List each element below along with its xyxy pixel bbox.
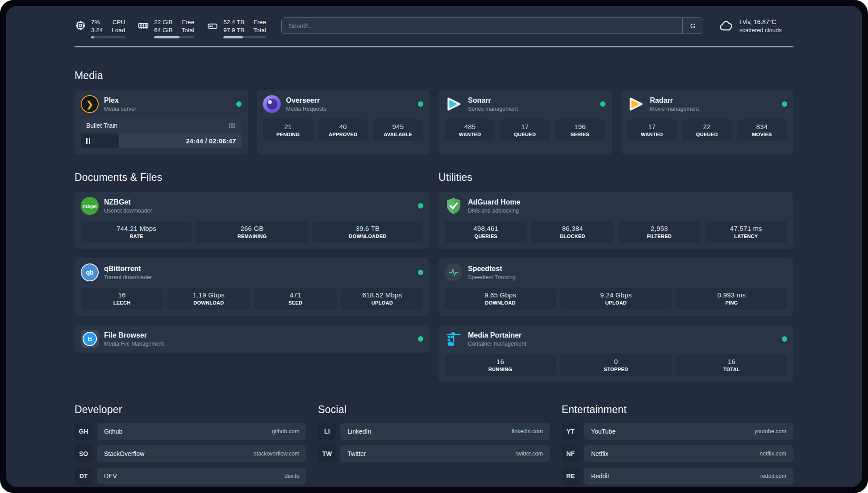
card-nzbget[interactable]: nzbget NZBGet Usenet downloader 744.21 M…: [75, 192, 430, 249]
stat-upload: 618.52 Mbps UPLOAD: [341, 288, 423, 309]
memory-progress-fill: [154, 36, 179, 38]
card-title: AdGuard Home: [468, 198, 787, 206]
cpu-usage-value: 7%: [91, 18, 103, 26]
card-speedtest[interactable]: Speedtest Speedtest Tracking 9.65 Gbps D…: [438, 258, 793, 316]
nzbget-icon: nzbget: [81, 197, 99, 215]
stat-leech: 16 LEECH: [81, 288, 163, 309]
link-name: Github: [104, 428, 122, 435]
header-divider: [75, 46, 793, 47]
link-netflix[interactable]: NF Netflix netflix.com: [562, 445, 793, 462]
now-playing-title: Bullet Train: [86, 122, 117, 129]
card-portainer[interactable]: Media Portainer Container management 16 …: [438, 325, 793, 382]
cpu-load-value: 3.24: [91, 26, 103, 34]
cpu-load-label: Load: [112, 26, 125, 34]
memory-free-label: Free: [182, 18, 194, 26]
card-title: Overseerr: [286, 96, 413, 104]
card-desc: Media Requests: [286, 106, 413, 112]
weather-location: Lviv, 16.87°C: [739, 18, 782, 26]
memory-free-value: 22 GiB: [154, 18, 172, 26]
card-desc: Usenet downloader: [104, 208, 413, 214]
pause-button[interactable]: [86, 134, 90, 148]
memory-progress-bar: [154, 36, 194, 38]
memory-total-label: Total: [182, 26, 195, 34]
card-filebrowser[interactable]: File Browser Media File Management: [75, 325, 430, 353]
section-title-documents: Documents & Files: [75, 171, 430, 184]
card-plex[interactable]: ❯ Plex Media server Bullet Train: [75, 90, 248, 155]
cast-icon[interactable]: [228, 121, 236, 130]
section-documents: Documents & Files nzbget NZBGet Usenet d…: [75, 171, 430, 353]
disk-progress-fill: [223, 36, 243, 38]
link-tag: NF: [562, 445, 580, 462]
link-name: DEV: [104, 472, 117, 480]
status-dot-online: [418, 203, 423, 209]
link-name: Twitter: [347, 450, 366, 457]
weather-condition: scattered clouds: [739, 26, 782, 34]
card-title: Radarr: [650, 96, 777, 104]
search-bar[interactable]: G: [281, 17, 703, 34]
card-radarr[interactable]: Radarr Movie management 17 WANTED 22 QUE…: [621, 90, 794, 155]
link-tag: TW: [318, 445, 336, 462]
cpu-progress-fill: [91, 36, 94, 38]
plex-icon: ❯: [81, 95, 99, 113]
link-stackoverflow[interactable]: SO StackOverflow stackoverflow.com: [75, 445, 306, 462]
link-tag: SO: [75, 445, 92, 462]
link-name: StackOverflow: [104, 450, 144, 457]
link-name: Netflix: [591, 450, 609, 457]
section-entertainment: Entertainment YT YouTube youtube.com NF …: [562, 404, 793, 485]
link-domain: stackoverflow.com: [254, 451, 299, 457]
link-youtube[interactable]: YT YouTube youtube.com: [562, 423, 793, 440]
card-desc: Speedtest Tracking: [468, 274, 787, 280]
section-title-media: Media: [75, 70, 793, 82]
section-social: Social LI LinkedIn linkedin.com TW Twitt…: [318, 404, 550, 485]
link-name: YouTube: [591, 428, 616, 435]
link-tag: LI: [318, 423, 336, 440]
link-tag: DT: [75, 468, 92, 485]
link-dev[interactable]: DT DEV dev.to: [75, 468, 306, 485]
disk-free-label: Free: [254, 18, 266, 26]
card-title: Plex: [104, 96, 231, 104]
card-desc: Container management: [468, 341, 776, 347]
stat-queued: 22 QUEUED: [682, 119, 732, 141]
disk-total-value: 97.9 TB: [223, 26, 244, 34]
card-desc: Torrent downloader: [104, 274, 413, 280]
card-adguard[interactable]: AdGuard Home DNS and adblocking 498,461 …: [438, 192, 793, 249]
section-developer: Developer GH Github github.com SO StackO…: [75, 404, 306, 485]
status-dot-online: [782, 336, 787, 342]
stat-movies: 834 MOVIES: [737, 119, 787, 141]
link-reddit[interactable]: RE Reddit reddit.com: [562, 468, 793, 485]
card-overseerr[interactable]: Overseerr Media Requests 21 PENDING 40 A…: [257, 90, 430, 155]
link-linkedin[interactable]: LI LinkedIn linkedin.com: [318, 423, 550, 440]
stat-stopped: 0 STOPPED: [560, 354, 672, 376]
section-title-utilities: Utilities: [438, 171, 793, 184]
card-sonarr[interactable]: Sonarr Series management 485 WANTED 17 Q…: [438, 90, 612, 155]
sonarr-icon: [445, 95, 463, 113]
card-qbittorrent[interactable]: qb qBittorrent Torrent downloader 16 LEE…: [75, 258, 430, 316]
cpu-label: CPU: [113, 18, 125, 26]
stat-available: 945 AVAILABLE: [373, 119, 423, 141]
playback-progress-bar[interactable]: 24:44 / 02:06:47: [81, 134, 242, 148]
stat-latency: 47.571 ms LATENCY: [705, 221, 787, 243]
stat-downloaded: 39.6 TB DOWNLOADED: [312, 221, 423, 243]
stat-remaining: 266 GB REMAINING: [196, 221, 308, 243]
adguard-icon: [445, 197, 463, 215]
link-domain: dev.to: [284, 473, 299, 479]
portainer-icon: [445, 330, 463, 348]
disk-stat: 52.4 TB 97.9 TB Free Total: [207, 18, 266, 38]
status-dot-online: [418, 336, 423, 342]
stat-ping: 0.993 ms PING: [676, 288, 787, 309]
link-domain: linkedin.com: [512, 428, 542, 435]
cpu-icon: [75, 20, 86, 31]
link-twitter[interactable]: TW Twitter twitter.com: [318, 445, 550, 462]
search-input[interactable]: [282, 18, 682, 33]
card-title: File Browser: [104, 331, 413, 339]
link-github[interactable]: GH Github github.com: [75, 423, 306, 440]
search-engine-button[interactable]: G: [682, 18, 703, 33]
memory-total-value: 64 GiB: [154, 26, 172, 34]
stat-seed: 471 SEED: [255, 288, 337, 309]
link-domain: netflix.com: [760, 451, 786, 457]
card-desc: DNS and adblocking: [468, 208, 787, 214]
card-title: Speedtest: [468, 265, 787, 273]
stat-series: 196 SERIES: [555, 119, 605, 141]
status-dot-online: [600, 101, 605, 107]
link-tag: GH: [75, 423, 92, 440]
